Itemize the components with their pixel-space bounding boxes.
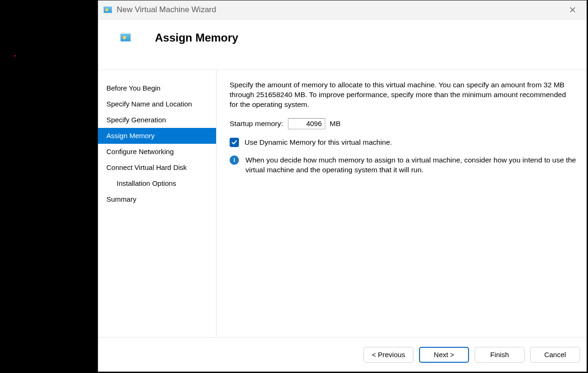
info-row: i When you decide how much memory to ass…	[230, 155, 576, 175]
title-bar: New Virtual Machine Wizard	[98, 0, 587, 20]
finish-button[interactable]: Finish	[475, 347, 525, 363]
close-icon	[570, 7, 575, 13]
checkmark-icon	[231, 139, 238, 146]
previous-button[interactable]: < Previous	[364, 347, 413, 363]
wizard-steps-sidebar: Before You BeginSpecify Name and Locatio…	[98, 70, 217, 337]
body: Before You BeginSpecify Name and Locatio…	[98, 70, 587, 337]
wizard-window: New Virtual Machine Wizard Assign Memory…	[98, 0, 587, 372]
page-header: Assign Memory	[98, 20, 587, 70]
next-button[interactable]: Next >	[419, 347, 469, 363]
close-button[interactable]	[562, 0, 583, 19]
sidebar-step[interactable]: Assign Memory	[98, 128, 216, 144]
page-header-icon	[120, 34, 131, 42]
sidebar-step[interactable]: Connect Virtual Hard Disk	[98, 160, 216, 176]
startup-memory-unit: MB	[330, 120, 341, 128]
startup-memory-label: Startup memory:	[230, 120, 283, 128]
sidebar-step[interactable]: Configure Networking	[98, 144, 216, 160]
startup-memory-input[interactable]	[288, 118, 325, 129]
footer-buttons: < Previous Next > Finish Cancel	[98, 337, 587, 372]
dynamic-memory-label: Use Dynamic Memory for this virtual mach…	[245, 138, 392, 147]
dynamic-memory-checkbox[interactable]	[230, 138, 239, 147]
startup-memory-row: Startup memory: MB	[230, 118, 576, 129]
sidebar-step[interactable]: Installation Options	[98, 176, 216, 191]
cancel-button[interactable]: Cancel	[530, 347, 580, 363]
info-text: When you decide how much memory to assig…	[245, 155, 576, 175]
description-text: Specify the amount of memory to allocate…	[230, 80, 576, 110]
info-icon: i	[230, 155, 239, 165]
app-icon	[104, 7, 112, 13]
window-title: New Virtual Machine Wizard	[117, 5, 562, 14]
decorative-dot	[14, 55, 16, 56]
page-title: Assign Memory	[155, 31, 238, 44]
dynamic-memory-row: Use Dynamic Memory for this virtual mach…	[230, 138, 576, 147]
sidebar-step[interactable]: Specify Name and Location	[98, 96, 216, 112]
content-pane: Specify the amount of memory to allocate…	[217, 70, 587, 337]
sidebar-step[interactable]: Specify Generation	[98, 112, 216, 128]
sidebar-step[interactable]: Before You Begin	[98, 80, 216, 96]
sidebar-step[interactable]: Summary	[98, 191, 216, 207]
